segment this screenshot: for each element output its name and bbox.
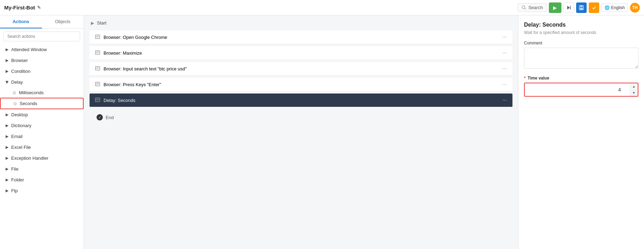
chevron-icon: ▶: [6, 156, 8, 160]
sidebar-item-desktop[interactable]: ▶ Desktop: [0, 109, 84, 120]
start-chevron-icon: ▶: [91, 21, 94, 26]
decrement-button[interactable]: ▼: [630, 90, 638, 96]
title-text: My-First-Bot: [4, 5, 35, 11]
sidebar: Actions Objects ▶ Attended Window ▶ Brow…: [0, 15, 84, 249]
sidebar-item-condition[interactable]: ▶ Condition: [0, 66, 84, 77]
sidebar-item-label: Milliseconds: [19, 90, 44, 95]
sidebar-item-dictionary[interactable]: ▶ Dictionary: [0, 120, 84, 131]
chevron-icon: ▶: [6, 167, 8, 171]
search-box[interactable]: Search: [518, 3, 546, 12]
svg-rect-7: [95, 35, 100, 39]
action-icon: [95, 66, 100, 72]
end-label: End: [106, 115, 114, 120]
sidebar-item-label: Browser: [11, 58, 28, 63]
globe-icon: 🌐: [604, 5, 610, 10]
flow-active-action-row[interactable]: Delay: Seconds ···: [90, 94, 512, 107]
svg-marker-2: [567, 6, 569, 9]
sidebar-item-email[interactable]: ▶ Email: [0, 131, 84, 142]
active-action-wrapper: Delay: Seconds ···: [84, 94, 518, 107]
svg-point-0: [522, 6, 525, 9]
action-label: Browser: Maximize: [104, 50, 502, 56]
check-icon: [592, 5, 596, 10]
chevron-icon: ▶: [6, 58, 8, 63]
more-options-button[interactable]: ···: [502, 50, 507, 56]
delay-sub-items: ⊙ Milliseconds ⊙ Seconds: [0, 88, 84, 109]
sidebar-item-label: Ftp: [11, 188, 18, 193]
flow-action-row[interactable]: Browser: Maximize ···: [90, 46, 512, 60]
more-options-button[interactable]: ···: [502, 97, 507, 103]
sidebar-item-label: Desktop: [11, 112, 28, 117]
svg-rect-3: [570, 6, 571, 9]
sidebar-item-milliseconds[interactable]: ⊙ Milliseconds: [0, 88, 84, 98]
language-selector[interactable]: 🌐 English: [601, 4, 628, 12]
edit-title-icon[interactable]: ✎: [37, 5, 41, 10]
svg-rect-6: [580, 8, 583, 9]
search-label: Search: [528, 5, 543, 10]
sidebar-item-excel-file[interactable]: ▶ Excel File: [0, 142, 84, 153]
time-value-input[interactable]: [525, 84, 630, 95]
search-actions-input[interactable]: [3, 32, 80, 41]
chevron-icon: ▶: [6, 145, 8, 150]
sidebar-group-delay: ▶ Delay ⊙ Milliseconds ⊙ Seconds: [0, 77, 84, 109]
start-label: Start: [97, 20, 106, 26]
sidebar-item-browser[interactable]: ▶ Browser: [0, 55, 84, 66]
tab-actions[interactable]: Actions: [0, 15, 42, 28]
action-icon: [95, 34, 100, 40]
svg-line-1: [525, 8, 526, 9]
avatar: TH: [630, 3, 640, 13]
more-options-button[interactable]: ···: [502, 81, 507, 88]
panel-subtitle: Wait for a specified amount of seconds: [524, 30, 638, 35]
step-button[interactable]: [564, 2, 574, 13]
action-label: Browser: Press Keys "Enter": [104, 82, 502, 87]
step-icon: [566, 5, 571, 10]
svg-rect-21: [95, 98, 100, 102]
svg-rect-13: [95, 66, 100, 70]
flow-action-row[interactable]: Browser: Open Google Chrome ···: [90, 30, 512, 44]
check-button[interactable]: [589, 2, 599, 13]
chevron-icon: ▶: [6, 112, 8, 117]
comment-label: Comment: [524, 41, 638, 46]
sidebar-item-delay[interactable]: ▶ Delay: [0, 77, 84, 88]
flow-action-row[interactable]: Browser: Press Keys "Enter" ···: [90, 78, 512, 91]
right-panel: Delay: Seconds Wait for a specified amou…: [518, 15, 644, 249]
main-layout: Actions Objects ▶ Attended Window ▶ Brow…: [0, 15, 644, 249]
action-icon: [95, 97, 100, 103]
chevron-icon: ▶: [6, 47, 8, 52]
sidebar-item-label: Folder: [11, 177, 24, 182]
chevron-icon: ▶: [6, 178, 8, 182]
center-area: ▶ Start Browser: Open Google Chrome ··· …: [84, 15, 518, 249]
sidebar-item-attended-window[interactable]: ▶ Attended Window: [0, 44, 84, 55]
app-header: My-First-Bot ✎ Search ▶: [0, 0, 644, 15]
svg-rect-16: [95, 82, 100, 86]
chevron-icon: ▶: [6, 69, 8, 74]
sidebar-item-file[interactable]: ▶ File: [0, 164, 84, 174]
save-icon: [579, 5, 584, 10]
sidebar-item-label: Dictionary: [11, 123, 31, 128]
comment-textarea[interactable]: [524, 48, 638, 69]
sidebar-item-folder[interactable]: ▶ Folder: [0, 174, 84, 185]
action-label: Delay: Seconds: [104, 98, 502, 103]
sidebar-item-label: Email: [11, 134, 23, 139]
sidebar-item-label: Seconds: [20, 101, 37, 106]
flow-action-row[interactable]: Browser: Input search text "btc price us…: [90, 62, 512, 76]
more-options-button[interactable]: ···: [502, 34, 507, 40]
flow-start: ▶ Start: [84, 15, 518, 30]
increment-button[interactable]: ▲: [630, 83, 638, 90]
tab-objects[interactable]: Objects: [42, 15, 84, 28]
save-button[interactable]: [576, 2, 587, 13]
header-actions: Search ▶ 🌐 English TH: [518, 2, 640, 13]
chevron-down-icon: ▶: [5, 81, 9, 84]
more-options-button[interactable]: ···: [502, 65, 507, 72]
flow-end: ✓ End: [84, 109, 518, 125]
action-icon: [95, 82, 100, 88]
circle-icon: ⊙: [13, 101, 17, 106]
sidebar-item-ftp[interactable]: ▶ Ftp: [0, 185, 84, 196]
required-star: *: [524, 76, 526, 81]
search-icon: [522, 5, 526, 10]
play-button[interactable]: ▶: [549, 2, 561, 13]
sidebar-item-label: File: [11, 166, 19, 172]
sidebar-item-seconds[interactable]: ⊙ Seconds: [0, 98, 84, 109]
sidebar-item-exception-handler[interactable]: ▶ Exception Handler: [0, 153, 84, 164]
sidebar-item-label: Delay: [11, 79, 23, 85]
flow-actions: Browser: Open Google Chrome ··· Browser:…: [84, 30, 518, 109]
